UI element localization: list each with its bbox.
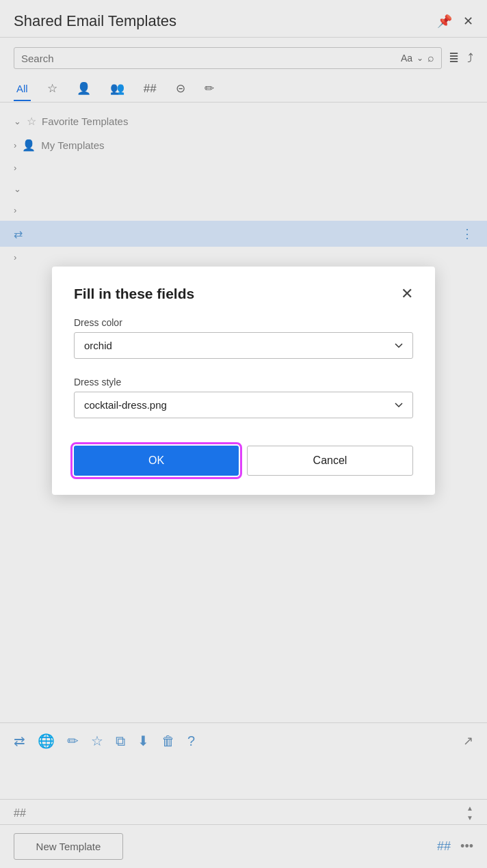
modal-buttons: OK Cancel: [74, 446, 413, 476]
dress-color-field: Dress color orchid red blue green white …: [74, 317, 413, 371]
dress-style-select[interactable]: cocktail-dress.png ballgown.png sundress…: [74, 392, 413, 418]
modal-close-button[interactable]: ✕: [401, 286, 413, 301]
modal-header: Fill in these fields ✕: [74, 286, 413, 302]
fill-fields-modal: Fill in these fields ✕ Dress color orchi…: [52, 267, 435, 495]
dress-style-label: Dress style: [74, 377, 413, 388]
cancel-button[interactable]: Cancel: [247, 446, 413, 476]
modal-title: Fill in these fields: [74, 286, 194, 302]
dress-style-field: Dress style cocktail-dress.png ballgown.…: [74, 377, 413, 431]
modal-overlay: Fill in these fields ✕ Dress color orchi…: [0, 0, 487, 868]
dress-color-label: Dress color: [74, 317, 413, 328]
dress-color-select[interactable]: orchid red blue green white black: [74, 332, 413, 359]
ok-button[interactable]: OK: [74, 446, 239, 476]
